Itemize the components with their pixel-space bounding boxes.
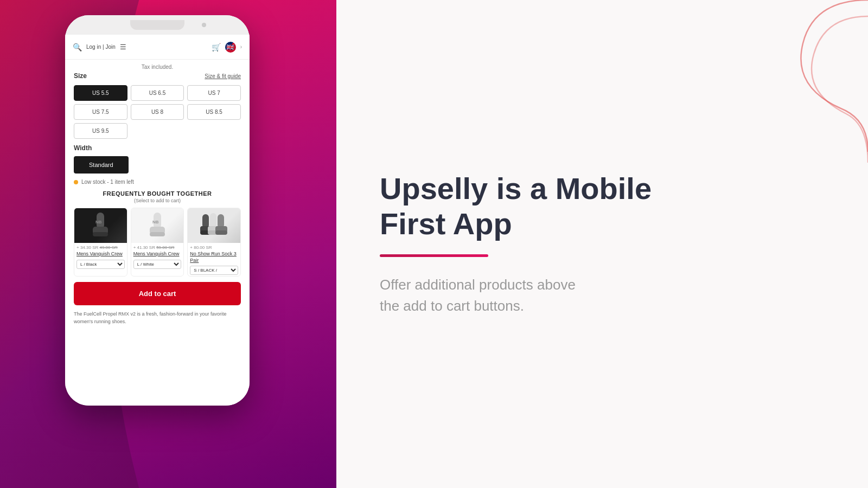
accent-divider [380, 254, 488, 257]
fbt-subtitle: (Select to add to cart) [74, 198, 241, 203]
svg-rect-16 [215, 230, 227, 235]
fbt-product-3-select[interactable]: S / BLACK / M / BLACK / L / BLACK / [190, 266, 238, 275]
phone-frame: 🔍 Log in | Join ☰ 🛒 🇬🇧 › [65, 15, 250, 406]
size-btn-6-5[interactable]: US 6.5 [131, 85, 184, 101]
fbt-title: FREQUENTLY BOUGHT TOGETHER [74, 190, 241, 197]
add-to-cart-button[interactable]: Add to cart [74, 282, 241, 305]
fbt-product-2-image: NB [131, 208, 184, 243]
sock-black-icon: NB [90, 213, 111, 239]
sub-text: Offer additional products above the add … [380, 274, 652, 317]
fbt-section: FREQUENTLY BOUGHT TOGETHER (Select to ad… [74, 190, 241, 277]
fbt-products-grid: NB + 34.30 SR 49.00 SR Mens Vanquish Cre… [74, 208, 241, 277]
size-btn-7[interactable]: US 7 [187, 85, 241, 101]
stock-note: Low stock - 1 item left [74, 179, 241, 185]
width-standard-btn[interactable]: Standard [74, 156, 129, 174]
fbt-product-1-image: NB [74, 208, 127, 243]
size-btn-9-5[interactable]: US 9.5 [74, 123, 127, 139]
fbt-product-3-image [188, 208, 240, 243]
cart-icon[interactable]: 🛒 [212, 43, 221, 52]
fbt-product-1-select[interactable]: L / Black M / Black S / Black [76, 260, 125, 269]
menu-icon[interactable]: ☰ [120, 43, 126, 51]
subtext-line1: Offer additional products above [380, 277, 576, 293]
deco-curves-right [705, 0, 868, 163]
fbt-product-2-price: + 41.30 SR 59.00 SR [133, 245, 182, 250]
chevron-right-icon: › [240, 44, 242, 50]
fbt-product-2-select[interactable]: L / White M / White S / White [133, 260, 182, 269]
subtext-line2: the add to cart buttons. [380, 298, 524, 314]
fbt-product-2: NB + 41.30 SR 59.00 SR Mens Vanquish Cre… [131, 208, 184, 277]
heading-line2: First App [380, 207, 512, 241]
size-btn-8-5[interactable]: US 8.5 [187, 104, 241, 120]
size-btn-8[interactable]: US 8 [131, 104, 184, 120]
size-grid: US 5.5 US 6.5 US 7 US 7.5 US 8 US 8.5 [74, 85, 241, 120]
login-link[interactable]: Log in [86, 44, 101, 50]
svg-rect-11 [210, 213, 216, 228]
fbt-product-3-price: + 80.00 SR [190, 245, 238, 250]
size-btn-5-5[interactable]: US 5.5 [74, 85, 127, 101]
fbt-product-2-name: Mens Vanquish Crew [133, 251, 182, 258]
svg-text:NB: NB [95, 220, 102, 224]
fbt-product-3-name: No Show Run Sock 3 Pair [190, 251, 238, 264]
fbt-product-1: NB + 34.30 SR 49.00 SR Mens Vanquish Cre… [74, 208, 127, 277]
size-section-header: Size Size & fit guide [74, 72, 241, 80]
separator: | [103, 44, 104, 50]
phone-camera [202, 23, 206, 27]
phone-screen: 🔍 Log in | Join ☰ 🛒 🇬🇧 › [65, 35, 250, 406]
size-single-row: US 9.5 [74, 123, 241, 139]
heading-line1: Upselly is a Mobile [380, 171, 652, 206]
phone-notch-area [65, 15, 250, 35]
join-link[interactable]: Join [105, 44, 115, 50]
right-content: Upselly is a Mobile First App Offer addi… [380, 171, 652, 317]
fbt-product-1-price: + 34.30 SR 49.00 SR [76, 245, 125, 250]
stock-dot [74, 180, 78, 184]
topbar-left: 🔍 Log in | Join ☰ [73, 43, 126, 52]
left-panel: 🔍 Log in | Join ☰ 🛒 🇬🇧 › [0, 0, 336, 488]
phone-notch [130, 20, 184, 30]
svg-text:NB: NB [152, 220, 159, 224]
fbt-product-3: + 80.00 SR No Show Run Sock 3 Pair S / B… [187, 208, 241, 277]
language-flag[interactable]: 🇬🇧 [225, 42, 236, 53]
sock-multi-icon [200, 212, 228, 239]
fbt-product-1-info: + 34.30 SR 49.00 SR Mens Vanquish Crew L… [74, 243, 127, 270]
product-description: The FuelCell Propel RMX v2 is a fresh, f… [74, 311, 241, 325]
search-icon[interactable]: 🔍 [73, 43, 82, 52]
svg-rect-6 [150, 232, 165, 236]
size-fit-guide[interactable]: Size & fit guide [205, 73, 241, 79]
fbt-product-3-info: + 80.00 SR No Show Run Sock 3 Pair S / B… [188, 243, 240, 276]
size-btn-7-5[interactable]: US 7.5 [74, 104, 127, 120]
main-heading: Upselly is a Mobile First App [380, 171, 652, 241]
width-section: Width Standard [74, 144, 241, 174]
svg-rect-2 [93, 232, 108, 236]
phone-mockup: 🔍 Log in | Join ☰ 🛒 🇬🇧 › [65, 15, 250, 460]
topbar-right: 🛒 🇬🇧 › [212, 42, 242, 53]
fbt-product-1-name: Mens Vanquish Crew [76, 251, 125, 258]
fbt-product-2-info: + 41.30 SR 59.00 SR Mens Vanquish Crew L… [131, 243, 184, 270]
phone-content: Tax included. Size Size & fit guide US 5… [65, 60, 250, 406]
width-label: Width [74, 144, 241, 152]
tax-note: Tax included. [74, 60, 241, 72]
right-panel: Upselly is a Mobile First App Offer addi… [336, 0, 868, 488]
size-label: Size [74, 72, 87, 80]
phone-topbar: 🔍 Log in | Join ☰ 🛒 🇬🇧 › [65, 35, 250, 60]
stock-text: Low stock - 1 item left [81, 179, 134, 185]
login-join-text: Log in | Join [86, 44, 116, 50]
deco-lines-left [271, 0, 336, 108]
sock-white-icon: NB [147, 213, 168, 239]
